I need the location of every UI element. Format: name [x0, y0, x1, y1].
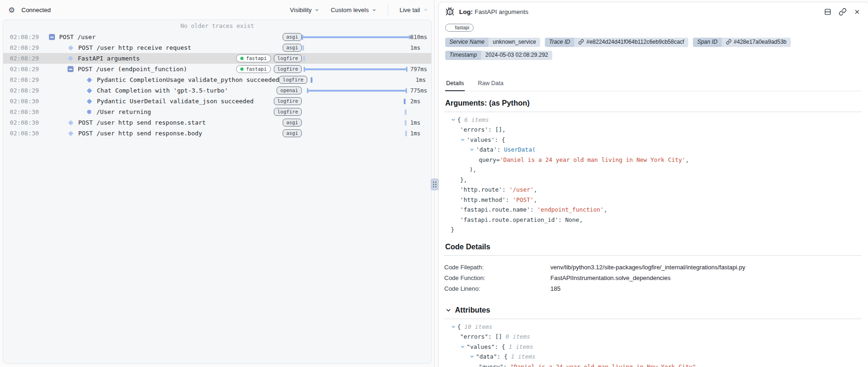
- meta-badge-value[interactable]: #e8224d24d41f064b112c6eb9cb58cacf: [574, 38, 688, 47]
- chevron-down-icon: [314, 7, 319, 13]
- scope-badge-asgi[interactable]: asgi: [283, 33, 302, 41]
- trace-toolbar: ⚙ Connected Visibility Custom levels Liv…: [0, 0, 434, 20]
- token-pun: }: [451, 225, 454, 235]
- custom-levels-dropdown[interactable]: Custom levels: [331, 7, 377, 13]
- meta-badge-service-name: Service Nameunknown_service: [445, 38, 540, 47]
- trace-row-badges: logfire: [274, 108, 302, 116]
- code-details-table: Code Filepath:venv/lib/python3.12/site-p…: [444, 262, 861, 294]
- trace-row[interactable]: 02:08:30/User returninglogfire: [3, 107, 431, 117]
- token-pun: {: [457, 115, 461, 125]
- fastapi-tag-pill[interactable]: fastapi: [236, 54, 271, 62]
- trace-row[interactable]: 02:08:29POST /userasgi810ms: [3, 32, 431, 42]
- token-meta: 1 items: [505, 342, 533, 352]
- trace-row-timestamp: 02:08:29: [10, 44, 49, 51]
- trace-row[interactable]: 02:08:29FastAPI argumentsfastapilogfire: [3, 53, 431, 64]
- trace-row[interactable]: 02:08:29Chat Completion with 'gpt-3.5-tu…: [3, 85, 431, 96]
- token-str: '/user': [509, 185, 534, 195]
- scope-badge-asgi[interactable]: asgi: [283, 129, 302, 137]
- duration-tick: [405, 109, 407, 115]
- trace-row[interactable]: 02:08:29POST /user (endpoint_function)fa…: [3, 64, 431, 74]
- trace-row[interactable]: 02:08:29POST /user http receive requesta…: [3, 42, 431, 53]
- scope-badge-asgi[interactable]: asgi: [283, 44, 302, 52]
- expand-chevron-icon[interactable]: [451, 117, 457, 122]
- tree-line: query='Daniel is a 24 year old man livin…: [444, 155, 861, 165]
- token-pun: {: [502, 342, 505, 352]
- trace-row-timestamp: 02:08:29: [10, 33, 49, 40]
- token-key: 'fastapi.route.name': [460, 205, 530, 215]
- duration-tick: [302, 45, 304, 51]
- token-pun: []: [495, 332, 502, 342]
- trace-row-message: Pydantic UserDetail validate_json succee…: [97, 98, 254, 105]
- token-pun: ),: [469, 165, 476, 175]
- copy-link-icon[interactable]: [839, 8, 847, 16]
- trace-row-message: POST /user http send response.body: [78, 130, 202, 137]
- token-pun: :: [503, 362, 510, 367]
- tab-raw-data[interactable]: Raw Data: [477, 78, 504, 91]
- trace-row[interactable]: 02:08:30Pydantic UserDetail validate_jso…: [3, 96, 431, 107]
- visibility-dropdown[interactable]: Visibility: [290, 7, 320, 13]
- collapse-icon[interactable]: [49, 34, 55, 40]
- close-icon[interactable]: [854, 8, 861, 15]
- duration-bar-zone: 797ms: [302, 64, 431, 74]
- bar-start-cap: [304, 67, 305, 72]
- token-str: 'Daniel is a 24 year old man living in N…: [500, 155, 685, 165]
- trace-row-badges: fastapilogfire: [236, 54, 302, 62]
- split-view-icon[interactable]: [824, 8, 832, 16]
- scope-badge-logfire[interactable]: logfire: [274, 65, 302, 73]
- expand-chevron-icon[interactable]: [460, 137, 467, 142]
- token-meta: 0 items: [502, 332, 530, 342]
- live-tail-label: Live tail: [400, 7, 420, 13]
- expand-chevron-icon[interactable]: [460, 344, 467, 349]
- expand-chevron-icon[interactable]: [469, 354, 476, 359]
- live-tail-dropdown[interactable]: Live tail: [400, 7, 428, 13]
- duration-label: 1ms: [410, 130, 420, 137]
- tree-line: 'data': UserData(: [444, 145, 861, 155]
- bar-start-cap: [302, 34, 303, 40]
- scope-badge-logfire[interactable]: logfire: [279, 76, 307, 84]
- token-pun: },: [460, 175, 467, 185]
- duration-label: 2ms: [410, 98, 420, 105]
- code-detail-label: Code Lineno:: [444, 283, 550, 294]
- span-diamond-icon: [68, 121, 74, 125]
- scope-badge-logfire[interactable]: logfire: [274, 108, 302, 116]
- scope-badge-openai[interactable]: openai: [277, 87, 302, 94]
- trace-row[interactable]: 02:08:30POST /user http send response.bo…: [3, 128, 431, 139]
- trace-row-badges: logfire: [279, 76, 307, 84]
- fastapi-tag-pill[interactable]: fastapi: [445, 24, 474, 32]
- trace-row-timestamp: 02:08:29: [10, 87, 49, 94]
- collapse-chevron-icon[interactable]: [445, 307, 452, 314]
- token-pun: {: [504, 352, 508, 362]
- scope-badge-asgi[interactable]: asgi: [283, 119, 302, 127]
- gear-icon[interactable]: ⚙: [6, 4, 18, 16]
- fastapi-tag-pill[interactable]: fastapi: [236, 65, 271, 73]
- link-icon: [578, 39, 584, 45]
- token-pun: :: [495, 135, 502, 145]
- tree-line: "query": "Daniel is a 24 year old man li…: [444, 362, 861, 367]
- scope-badge-logfire[interactable]: logfire: [274, 54, 302, 62]
- scope-badge-logfire[interactable]: logfire: [274, 97, 302, 105]
- tag-label: fastapi: [246, 66, 266, 72]
- meta-badge-span-id: Span ID#428e17a0ea9ad53b: [693, 38, 791, 47]
- meta-badge-value: unknown_service: [488, 38, 540, 47]
- token-pun: query=: [479, 155, 500, 165]
- green-dot-icon: [240, 67, 244, 71]
- token-pun: :: [502, 185, 509, 195]
- expand-chevron-icon[interactable]: [451, 324, 457, 329]
- tab-details[interactable]: Details: [445, 78, 465, 91]
- trace-row[interactable]: 02:08:29Pydantic CompletionUsage validat…: [3, 74, 431, 85]
- token-str: 'POST': [513, 195, 534, 205]
- detail-tabs: DetailsRaw Data: [444, 78, 861, 91]
- meta-badge-value[interactable]: #428e17a0ea9ad53b: [722, 38, 791, 47]
- token-pun: :: [488, 332, 495, 342]
- connection-status: Connected: [21, 7, 51, 13]
- trace-row-message: Pydantic CompletionUsage validate_python…: [97, 76, 279, 83]
- no-older-traces-banner: No older traces exist: [3, 20, 431, 32]
- collapse-icon[interactable]: [68, 66, 74, 72]
- tree-line: ),: [444, 165, 861, 175]
- duration-bar: [302, 36, 409, 38]
- trace-row[interactable]: 02:08:30POST /user http send response.st…: [3, 117, 431, 128]
- expand-chevron-icon[interactable]: [469, 147, 476, 152]
- trace-row-message: POST /user (endpoint_function): [78, 66, 187, 73]
- panel-resize-handle[interactable]: [431, 179, 439, 190]
- log-title-prefix: Log:: [459, 8, 473, 15]
